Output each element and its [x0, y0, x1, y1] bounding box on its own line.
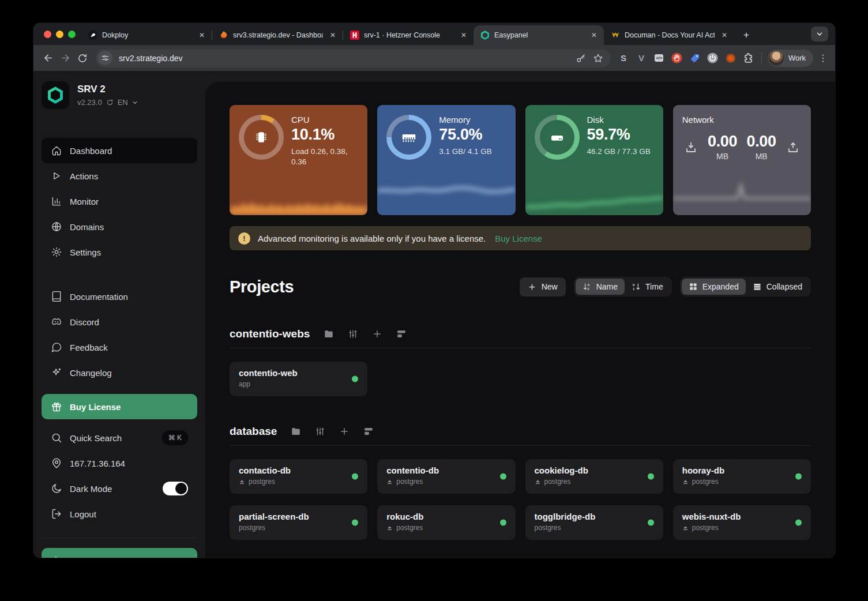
- sidebar-item-dashboard[interactable]: Dashboard: [42, 138, 197, 163]
- grid-icon: [689, 282, 698, 291]
- service-card-cookielog-db[interactable]: cookielog-db postgres: [525, 459, 663, 494]
- password-key-icon[interactable]: [574, 51, 588, 65]
- url-text[interactable]: srv2.strategio.dev: [119, 54, 570, 63]
- sidebar-item-settings[interactable]: Settings: [42, 239, 197, 265]
- hand-blocker-extension-icon[interactable]: [671, 52, 683, 64]
- disk-sparkline: [525, 183, 663, 215]
- tag-extension-icon[interactable]: [689, 52, 701, 64]
- service-type: postgres: [249, 478, 275, 486]
- view-collapsed-button[interactable]: Collapsed: [746, 279, 809, 295]
- status-dot: [648, 474, 654, 480]
- stripe-extension-icon[interactable]: S: [618, 52, 629, 64]
- refresh-icon[interactable]: [106, 99, 114, 106]
- project-group-database: database contactio-db postgres: [230, 425, 811, 540]
- service-card-hooray-db[interactable]: hooray-db postgres: [673, 459, 811, 494]
- new-tab-button[interactable]: +: [739, 28, 754, 43]
- service-card-webis-nuxt-db[interactable]: webis-nuxt-db postgres: [673, 505, 811, 540]
- sliders-icon[interactable]: [348, 329, 358, 339]
- memory-gauge: [386, 115, 431, 160]
- sidebar-item-changelog[interactable]: Changelog: [42, 360, 197, 385]
- sidebar-item-actions[interactable]: Actions: [42, 163, 197, 189]
- minimize-window-button[interactable]: [56, 31, 63, 38]
- tab-easypanel-active[interactable]: Easypanel ✕: [474, 25, 604, 45]
- zoom-window-button[interactable]: [68, 31, 76, 38]
- sidebar-item-label: Discord: [70, 317, 99, 327]
- language-selector[interactable]: EN: [118, 98, 128, 107]
- site-settings-icon[interactable]: [98, 51, 112, 65]
- service-card-contentio-web[interactable]: contentio-web app: [230, 362, 367, 396]
- tab-grafana[interactable]: srv3.strategio.dev - Dashboa ✕: [212, 25, 343, 45]
- power-extension-icon[interactable]: [707, 52, 719, 64]
- profile-chip[interactable]: Work: [768, 50, 813, 67]
- service-card-contactio-db[interactable]: contactio-db postgres: [230, 459, 367, 494]
- quick-search-button[interactable]: Quick Search ⌘ K: [42, 425, 197, 450]
- starburst-extension-icon[interactable]: [725, 52, 737, 64]
- service-card-partial-screen-db[interactable]: partial-screen-db postgres: [230, 505, 367, 540]
- group-title: database: [230, 425, 277, 438]
- sidebar-item-discord[interactable]: Discord: [42, 309, 197, 335]
- folder-icon[interactable]: [324, 329, 334, 339]
- status-dot: [352, 520, 358, 526]
- new-project-button[interactable]: New: [520, 277, 566, 296]
- sidebar-item-feedback[interactable]: Feedback: [42, 335, 197, 360]
- update-available-button[interactable]: Update Available: [42, 548, 197, 558]
- desktop: Dokploy ✕ srv3.strategio.dev - Dashboa ✕…: [0, 0, 868, 601]
- dark-mode-item[interactable]: Dark Mode: [42, 476, 197, 501]
- memory-sparkline: [377, 175, 515, 215]
- sliders-icon[interactable]: [315, 426, 325, 437]
- code-editor-extension-icon[interactable]: </>: [653, 52, 665, 64]
- map-pin-icon: [51, 457, 62, 469]
- address-bar[interactable]: srv2.strategio.dev: [96, 49, 611, 67]
- download-icon: [683, 141, 698, 156]
- browser-menu-button[interactable]: ⋮: [817, 52, 829, 63]
- service-card-rokuc-db[interactable]: rokuc-db postgres: [377, 505, 515, 540]
- extensions-puzzle-icon[interactable]: [743, 52, 754, 64]
- cpu-title: CPU: [291, 115, 358, 125]
- bookmark-star-icon[interactable]: [591, 51, 605, 65]
- logout-button[interactable]: Logout: [42, 501, 197, 527]
- disk-percent: 59.7%: [587, 126, 651, 144]
- tab-hetzner[interactable]: srv-1 · Hetzner Console ✕: [343, 25, 474, 45]
- close-tab-icon[interactable]: ✕: [197, 30, 207, 40]
- close-tab-icon[interactable]: ✕: [459, 30, 469, 40]
- sidebar-item-documentation[interactable]: Documentation: [42, 284, 197, 309]
- add-service-icon[interactable]: [372, 329, 382, 339]
- sidebar-item-monitor[interactable]: Monitor: [42, 189, 197, 214]
- forward-button[interactable]: [57, 50, 74, 67]
- tab-documan[interactable]: Documan - Docs Your AI Actu ✕: [604, 25, 734, 45]
- status-dot: [648, 520, 654, 526]
- traffic-lights: [39, 23, 81, 45]
- close-tab-icon[interactable]: ✕: [589, 30, 599, 40]
- dark-mode-toggle[interactable]: [163, 482, 188, 495]
- close-tab-icon[interactable]: ✕: [328, 30, 338, 40]
- add-service-icon[interactable]: [339, 426, 350, 437]
- disk-gauge: [535, 115, 580, 160]
- sidebar-item-label: Monitor: [70, 197, 99, 206]
- back-button[interactable]: [39, 50, 57, 67]
- folder-icon[interactable]: [291, 426, 301, 437]
- buy-license-button[interactable]: Buy License: [42, 394, 197, 419]
- sidebar-item-label: Changelog: [70, 368, 112, 378]
- v-extension-icon[interactable]: V: [636, 52, 647, 64]
- view-expanded-button[interactable]: Expanded: [682, 279, 746, 295]
- memory-stat-card: Memory 75.0% 3.1 GB/ 4.1 GB: [377, 105, 515, 215]
- reload-button[interactable]: [74, 50, 91, 67]
- service-type: postgres: [692, 478, 719, 486]
- layout-template-icon[interactable]: [396, 329, 407, 339]
- buy-license-link[interactable]: Buy License: [495, 234, 542, 243]
- server-ip-label: 167.71.36.164: [70, 459, 125, 468]
- disk-stat-card: Disk 59.7% 46.2 GB / 77.3 GB: [525, 105, 663, 215]
- sort-by-time-button[interactable]: 01 Time: [625, 279, 670, 295]
- tab-dokploy[interactable]: Dokploy ✕: [81, 25, 212, 45]
- layout-template-icon[interactable]: [363, 426, 374, 437]
- memory-percent: 75.0%: [439, 126, 492, 144]
- sidebar-item-domains[interactable]: Domains: [42, 214, 197, 239]
- close-tab-icon[interactable]: ✕: [719, 30, 730, 40]
- sort-by-name-button[interactable]: AZ Name: [576, 279, 625, 295]
- server-ip-item[interactable]: 167.71.36.164: [42, 450, 197, 476]
- service-card-contentio-db[interactable]: contentio-db postgres: [377, 459, 515, 494]
- tab-search-button[interactable]: [811, 27, 828, 42]
- close-window-button[interactable]: [44, 31, 51, 38]
- service-card-togglbridge-db[interactable]: togglbridge-db postgres: [525, 505, 663, 540]
- status-dot: [352, 376, 358, 382]
